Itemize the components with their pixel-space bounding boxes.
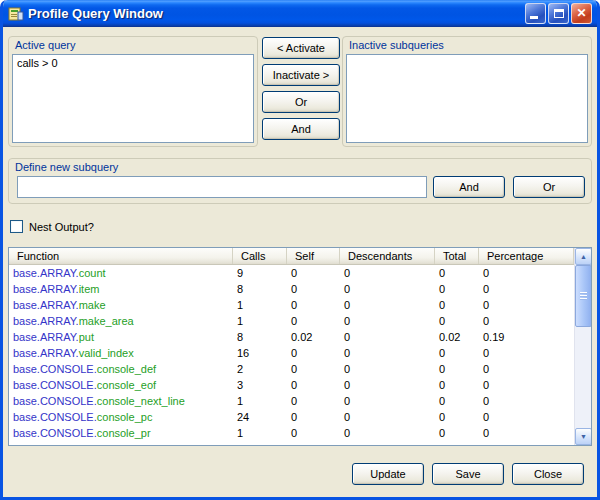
scroll-up-button[interactable]: ▲ [575,248,592,265]
titlebar[interactable]: Profile Query Window ✕ [3,0,597,27]
value-cell: 0 [340,393,435,409]
value-cell: 2 [233,361,287,377]
value-cell: 1 [233,425,287,441]
value-cell: 0 [340,265,435,281]
function-feature: console_pc [97,411,153,423]
table-row[interactable]: base.ARRAY.put 8 0.02 0 0.02 0.19 [9,329,574,345]
maximize-button[interactable] [548,3,569,24]
function-cell: base.CONSOLE.console_next_line [9,393,233,409]
value-cell: 0.02 [435,329,479,345]
function-cell: base.ARRAY.put [9,329,233,345]
column-header-self[interactable]: Self [287,248,340,264]
value-cell: 0 [435,361,479,377]
maximize-icon [554,9,564,18]
and-transfer-button[interactable]: And [262,118,340,140]
function-feature: make [79,299,106,311]
nest-output-checkbox[interactable] [10,220,23,233]
function-prefix: base.CONSOLE. [13,379,97,391]
column-header-calls[interactable]: Calls [233,248,287,264]
function-prefix: base.ARRAY. [13,283,79,295]
active-query-group: Active query calls > 0 [8,36,258,147]
subquery-input[interactable] [17,176,427,198]
function-feature: put [79,331,94,343]
value-cell: 1 [233,393,287,409]
table-row[interactable]: base.CONSOLE.console_next_line 1 0 0 0 0 [9,393,574,409]
titlebar-buttons: ✕ [525,3,592,24]
profile-query-window: Profile Query Window ✕ Active query call… [0,0,600,500]
value-cell: 0 [435,265,479,281]
value-cell: 0 [287,313,340,329]
profile-results-table: Function Calls Self Descendants Total Pe… [8,247,592,446]
value-cell: 0 [287,281,340,297]
function-cell: base.CONSOLE.console_def [9,361,233,377]
table-row[interactable]: base.CONSOLE.console_pr 1 0 0 0 0 [9,425,574,441]
column-header-total[interactable]: Total [435,248,479,264]
function-cell: base.ARRAY.valid_index [9,345,233,361]
function-cell: base.ARRAY.make_area [9,313,233,329]
function-feature: valid_index [79,347,134,359]
value-cell: 0 [435,425,479,441]
value-cell: 1 [233,313,287,329]
value-cell: 0 [287,361,340,377]
value-cell: 0 [340,425,435,441]
close-footer-button[interactable]: Close [512,463,584,485]
window-title: Profile Query Window [28,6,525,21]
scrollbar-thumb[interactable] [575,265,592,327]
active-query-label: Active query [15,39,76,51]
value-cell: 0 [340,297,435,313]
value-cell: 0 [479,265,574,281]
column-header-percentage[interactable]: Percentage [479,248,574,264]
function-prefix: base.ARRAY. [13,299,79,311]
subquery-or-button[interactable]: Or [513,176,585,198]
value-cell: 0 [479,393,574,409]
subquery-and-button[interactable]: And [433,176,505,198]
inactive-subqueries-group: Inactive subqueries [342,36,592,147]
value-cell: 0 [435,409,479,425]
value-cell: 0 [479,345,574,361]
activate-button[interactable]: < Activate [262,37,340,59]
value-cell: 0 [479,361,574,377]
table-row[interactable]: base.ARRAY.count 9 0 0 0 0 [9,265,574,281]
value-cell: 0 [435,297,479,313]
inactive-subqueries-label: Inactive subqueries [349,39,444,51]
function-feature: console_pr [97,427,151,439]
inactive-subqueries-list[interactable] [346,54,588,143]
table-row[interactable]: base.CONSOLE.console_eof 3 0 0 0 0 [9,377,574,393]
scroll-down-icon: ▼ [580,433,587,440]
nest-output-row: Nest Output? [10,220,94,233]
column-header-descendants[interactable]: Descendants [340,248,435,264]
minimize-button[interactable] [525,3,546,24]
vertical-scrollbar[interactable]: ▲ ▼ [574,248,591,445]
scroll-down-button[interactable]: ▼ [575,428,592,445]
table-row[interactable]: base.ARRAY.valid_index 16 0 0 0 0 [9,345,574,361]
active-query-item[interactable]: calls > 0 [13,55,253,71]
value-cell: 0 [479,425,574,441]
close-button[interactable]: ✕ [571,3,592,24]
value-cell: 24 [233,409,287,425]
value-cell: 16 [233,345,287,361]
value-cell: 0 [479,297,574,313]
function-prefix: base.CONSOLE. [13,427,97,439]
function-prefix: base.ARRAY. [13,315,79,327]
function-feature: console_def [97,363,156,375]
function-prefix: base.ARRAY. [13,347,79,359]
active-query-list[interactable]: calls > 0 [12,54,254,143]
table-row[interactable]: base.ARRAY.item 8 0 0 0 0 [9,281,574,297]
define-subquery-label: Define new subquery [15,161,118,173]
save-button[interactable]: Save [432,463,504,485]
or-transfer-button[interactable]: Or [262,91,340,113]
nest-output-label: Nest Output? [29,221,94,233]
table-row[interactable]: base.ARRAY.make_area 1 0 0 0 0 [9,313,574,329]
column-header-function[interactable]: Function [9,248,233,264]
table-row[interactable]: base.CONSOLE.console_def 2 0 0 0 0 [9,361,574,377]
function-feature: count [79,267,106,279]
inactivate-button[interactable]: Inactivate > [262,64,340,86]
value-cell: 0 [340,345,435,361]
table-row[interactable]: base.ARRAY.make 1 0 0 0 0 [9,297,574,313]
table-row[interactable]: base.CONSOLE.console_pc 24 0 0 0 0 [9,409,574,425]
profiler-icon [8,6,24,22]
value-cell: 0 [479,409,574,425]
update-button[interactable]: Update [352,463,424,485]
value-cell: 0 [435,313,479,329]
value-cell: 0 [340,377,435,393]
